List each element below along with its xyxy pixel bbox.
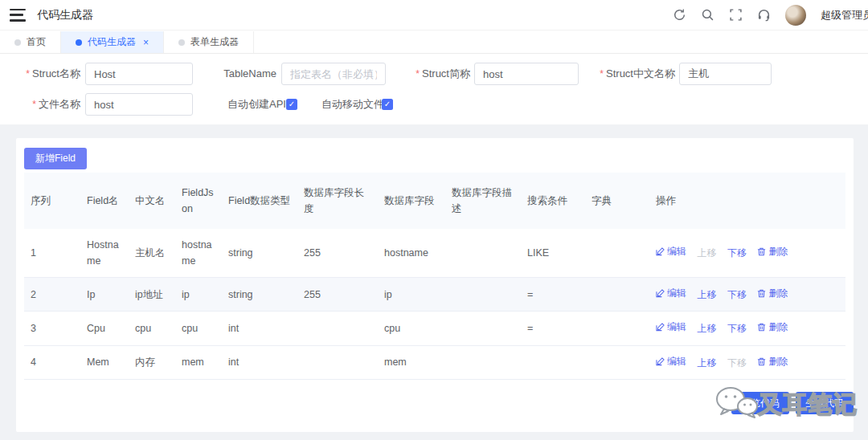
cell-cn-name: 主机名 xyxy=(129,229,175,278)
generator-form: *Struct名称 TableName *Struct简称 *Struct中文名… xyxy=(0,55,868,124)
edit-link[interactable]: 编辑 xyxy=(656,354,686,369)
fields-table: 序列 Field名 中文名 FieldJson Field数据类型 数据库字段长… xyxy=(24,173,845,380)
cell-dict xyxy=(585,345,649,379)
table-name-input[interactable] xyxy=(281,63,386,85)
col-operations: 操作 xyxy=(649,173,845,229)
auto-move-checkbox[interactable]: ✓ xyxy=(382,99,393,110)
struct-name-input[interactable] xyxy=(85,63,193,85)
cell-search-cond: LIKE xyxy=(521,229,585,278)
cell-field-json: cpu xyxy=(175,312,222,345)
cell-field-json: hostname xyxy=(175,229,222,278)
tab-form-generator[interactable]: 表单生成器 xyxy=(164,31,254,53)
cell-field-json: mem xyxy=(175,345,222,379)
tab-close-icon[interactable]: × xyxy=(143,37,149,48)
app-window: 代码生成器 xyxy=(0,0,868,440)
add-field-button[interactable]: 新增Field xyxy=(24,148,87,169)
cell-db-column: hostname xyxy=(378,229,445,278)
col-column-length: 数据库字段长度 xyxy=(297,173,378,229)
cell-dict xyxy=(585,278,649,312)
cell-data-type: int xyxy=(222,312,297,345)
cell-search-cond: = xyxy=(521,312,585,345)
edit-link[interactable]: 编辑 xyxy=(656,320,686,335)
cell-operations: 编辑 上移 下移 删除 xyxy=(649,229,845,278)
cell-search-cond xyxy=(521,345,585,379)
cell-column-desc xyxy=(445,229,521,278)
cell-field-name: Hostname xyxy=(80,229,129,278)
move-down-link[interactable]: 下移 xyxy=(727,246,747,261)
col-data-type: Field数据类型 xyxy=(222,173,297,229)
headset-icon[interactable] xyxy=(757,8,771,22)
cell-seq: 3 xyxy=(24,312,80,345)
cell-column-desc xyxy=(445,312,521,345)
col-search-cond: 搜索条件 xyxy=(521,173,585,229)
table-row: 3 Cpu cpu cpu int cpu = 编辑 上移 下移 删除 xyxy=(24,312,845,345)
cell-data-type: string xyxy=(222,278,297,312)
tab-label: 代码生成器 xyxy=(88,35,136,49)
col-db-column: 数据库字段 xyxy=(378,173,445,229)
cell-seq: 1 xyxy=(24,229,80,278)
cell-dict xyxy=(585,229,649,278)
auto-api-checkbox[interactable]: ✓ xyxy=(286,99,297,110)
cell-cn-name: 内存 xyxy=(129,345,175,379)
delete-link[interactable]: 删除 xyxy=(757,354,788,369)
cell-dict xyxy=(585,312,649,345)
cell-field-json: ip xyxy=(175,278,222,312)
edit-link[interactable]: 编辑 xyxy=(656,286,686,301)
cell-db-column: ip xyxy=(378,278,445,312)
struct-name-label: *Struct名称 xyxy=(0,63,80,85)
tab-bar: 首页 代码生成器 × 表单生成器 xyxy=(0,31,868,54)
tab-code-generator[interactable]: 代码生成器 × xyxy=(61,31,164,53)
struct-cn-input[interactable] xyxy=(679,63,772,85)
cell-operations: 编辑 上移 下移 删除 xyxy=(649,345,845,379)
file-name-input[interactable] xyxy=(85,93,193,116)
menu-icon[interactable] xyxy=(10,9,26,22)
generate-code-button[interactable]: 生成代码 xyxy=(796,392,854,414)
user-name[interactable]: 超级管理员 xyxy=(821,8,868,22)
fullscreen-icon[interactable] xyxy=(729,8,743,22)
tab-dot-icon xyxy=(76,39,82,46)
refresh-icon[interactable] xyxy=(673,8,686,22)
col-dict: 字典 xyxy=(585,173,649,229)
col-seq: 序列 xyxy=(24,173,80,229)
cell-column-length xyxy=(297,312,378,345)
cell-data-type: int xyxy=(222,345,297,379)
col-field-json: FieldJson xyxy=(175,173,222,229)
auto-api-label: 自动创建API xyxy=(227,93,286,116)
table-row: 1 Hostname 主机名 hostname string 255 hostn… xyxy=(24,229,845,278)
cell-column-length: 255 xyxy=(297,229,378,278)
cell-search-cond: = xyxy=(521,278,585,312)
cell-seq: 4 xyxy=(24,345,80,379)
tab-label: 表单生成器 xyxy=(190,35,239,49)
user-avatar[interactable] xyxy=(785,5,806,26)
preview-code-button[interactable]: 预览代码 xyxy=(731,392,789,414)
move-up-link[interactable]: 上移 xyxy=(697,287,716,303)
cell-seq: 2 xyxy=(24,278,80,312)
move-up-link[interactable]: 上移 xyxy=(697,321,716,336)
page-title: 代码生成器 xyxy=(37,8,93,22)
cell-data-type: string xyxy=(222,229,297,278)
bottom-page-edge xyxy=(0,434,868,440)
move-down-link[interactable]: 下移 xyxy=(727,287,747,303)
search-icon[interactable] xyxy=(701,8,714,22)
fields-card: 新增Field 序列 Field名 中文名 FieldJson Field数据类… xyxy=(16,138,854,432)
struct-cn-label: *Struct中文名称 xyxy=(585,63,675,85)
delete-link[interactable]: 删除 xyxy=(757,286,788,301)
cell-operations: 编辑 上移 下移 删除 xyxy=(649,312,845,345)
tab-dot-icon xyxy=(14,39,21,46)
move-down-link[interactable]: 下移 xyxy=(727,321,747,336)
auto-move-label: 自动移动文件 xyxy=(321,93,384,116)
tab-label: 首页 xyxy=(27,35,46,49)
col-field-name: Field名 xyxy=(80,173,129,229)
edit-link[interactable]: 编辑 xyxy=(656,244,686,259)
tab-home[interactable]: 首页 xyxy=(0,31,61,53)
table-header-row: 序列 Field名 中文名 FieldJson Field数据类型 数据库字段长… xyxy=(24,173,845,229)
move-up-link[interactable]: 上移 xyxy=(697,356,716,371)
cell-column-length: 255 xyxy=(297,278,378,312)
struct-short-input[interactable] xyxy=(474,63,579,85)
table-row: 4 Mem 内存 mem int mem 编辑 上移 下移 删除 xyxy=(24,345,845,379)
table-row: 2 Ip ip地址 ip string 255 ip = 编辑 上移 下移 删除 xyxy=(24,278,845,312)
tab-dot-icon xyxy=(178,39,185,46)
delete-link[interactable]: 删除 xyxy=(757,320,788,335)
move-up-link: 上移 xyxy=(697,246,716,261)
delete-link[interactable]: 删除 xyxy=(757,244,788,259)
